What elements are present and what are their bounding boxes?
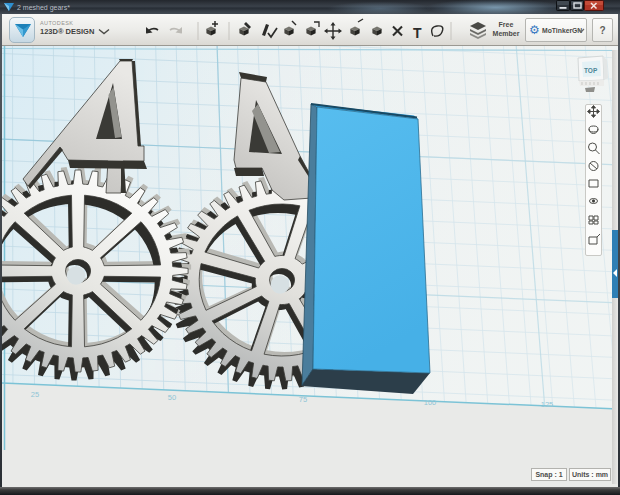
svg-text:125: 125 — [541, 400, 554, 409]
svg-text:75: 75 — [299, 395, 307, 404]
svg-text:25: 25 — [31, 390, 39, 399]
svg-text:100: 100 — [424, 398, 437, 407]
svg-text:T: T — [413, 25, 422, 41]
svg-text:50: 50 — [168, 393, 176, 402]
svg-text:TOP: TOP — [584, 67, 598, 74]
